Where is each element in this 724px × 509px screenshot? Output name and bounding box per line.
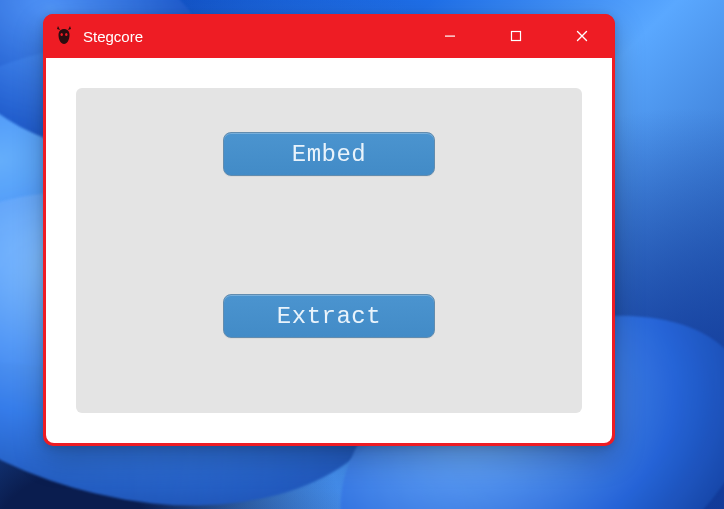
main-panel: Embed Extract [76, 88, 582, 413]
app-title: Stegcore [83, 28, 143, 45]
minimize-button[interactable] [417, 14, 483, 58]
client-area: Embed Extract [46, 58, 612, 443]
desktop-wallpaper: Stegcore [0, 0, 724, 509]
svg-rect-3 [512, 32, 521, 41]
embed-button[interactable]: Embed [223, 132, 435, 176]
close-icon [576, 30, 588, 42]
app-window: Stegcore [43, 14, 615, 446]
maximize-button[interactable] [483, 14, 549, 58]
svg-point-0 [61, 33, 63, 36]
extract-button-label: Extract [277, 303, 381, 330]
embed-button-label: Embed [292, 141, 367, 168]
svg-point-1 [65, 33, 67, 36]
titlebar[interactable]: Stegcore [43, 14, 615, 58]
app-icon [55, 26, 73, 46]
minimize-icon [444, 30, 456, 42]
extract-button[interactable]: Extract [223, 294, 435, 338]
maximize-icon [510, 30, 522, 42]
close-button[interactable] [549, 14, 615, 58]
window-controls [417, 14, 615, 58]
svg-rect-2 [445, 36, 455, 37]
